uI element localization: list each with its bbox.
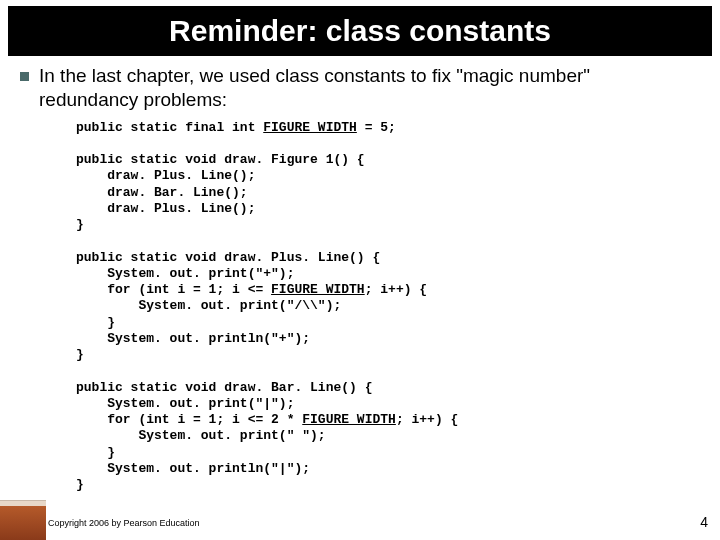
slide-body: In the last chapter, we used class const… bbox=[0, 56, 720, 493]
code-line: for (int i = 1; i <= bbox=[76, 282, 271, 297]
code-line: = 5; bbox=[357, 120, 396, 135]
code-line: } bbox=[76, 315, 115, 330]
code-line: ; i++) { bbox=[365, 282, 427, 297]
code-line: for (int i = 1; i <= 2 * bbox=[76, 412, 302, 427]
code-block: public static final int FIGURE_WIDTH = 5… bbox=[20, 120, 692, 494]
code-line: public static void draw. Plus. Line() { bbox=[76, 250, 380, 265]
bullet-item: In the last chapter, we used class const… bbox=[20, 64, 692, 112]
code-line: System. out. print("|"); bbox=[76, 396, 294, 411]
code-line: System. out. print("+"); bbox=[76, 266, 294, 281]
code-line: System. out. print(" "); bbox=[76, 428, 326, 443]
copyright-footer: Copyright 2006 by Pearson Education bbox=[48, 518, 200, 528]
code-line: System. out. println("+"); bbox=[76, 331, 310, 346]
code-line: draw. Plus. Line(); bbox=[76, 201, 255, 216]
code-line: } bbox=[76, 217, 84, 232]
code-line: ; i++) { bbox=[396, 412, 458, 427]
code-line: } bbox=[76, 347, 84, 362]
code-line: public static void draw. Bar. Line() { bbox=[76, 380, 372, 395]
code-line: System. out. println("|"); bbox=[76, 461, 310, 476]
code-line: } bbox=[76, 445, 115, 460]
code-line: System. out. print("/\\"); bbox=[76, 298, 341, 313]
code-line: } bbox=[76, 477, 84, 492]
code-underline: FIGURE_WIDTH bbox=[271, 282, 365, 297]
page-number: 4 bbox=[700, 514, 708, 530]
bullet-marker-icon bbox=[20, 72, 29, 81]
decoration-accent bbox=[0, 506, 46, 540]
slide-title: Reminder: class constants bbox=[8, 6, 712, 56]
code-line: draw. Plus. Line(); bbox=[76, 168, 255, 183]
bullet-text: In the last chapter, we used class const… bbox=[39, 64, 692, 112]
code-line: draw. Bar. Line(); bbox=[76, 185, 248, 200]
code-line: public static final int bbox=[76, 120, 263, 135]
code-line: public static void draw. Figure 1() { bbox=[76, 152, 365, 167]
code-underline: FIGURE_WIDTH bbox=[263, 120, 357, 135]
code-underline: FIGURE_WIDTH bbox=[302, 412, 396, 427]
